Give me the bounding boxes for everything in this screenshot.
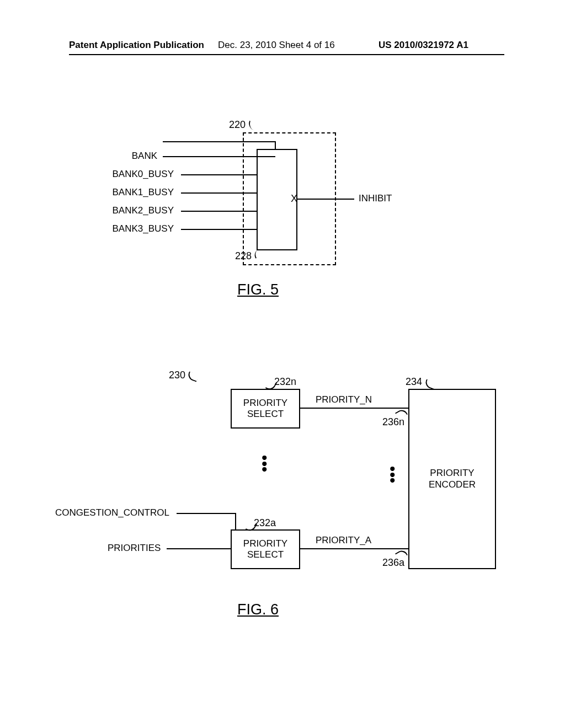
priority-select-n: PRIORITY SELECT — [231, 389, 300, 429]
wire-b1 — [181, 192, 258, 194]
wire-congestion-drop — [235, 513, 236, 529]
signal-priorities: PRIORITIES — [108, 543, 161, 554]
priority-select-a-label: PRIORITY SELECT — [243, 538, 287, 561]
wire-b3 — [181, 229, 258, 230]
signal-priority-n: PRIORITY_N — [316, 394, 372, 405]
signal-bank2-busy: BANK2_BUSY — [77, 205, 174, 216]
ellipsis-selects: ••• — [262, 455, 268, 473]
wire-priority-n — [299, 408, 408, 409]
header-publication: Patent Application Publication — [69, 40, 204, 51]
ref-220-leader — [247, 121, 260, 132]
wire-b2 — [181, 211, 258, 212]
priority-encoder: PRIORITY ENCODER — [408, 389, 496, 569]
wire-priorities — [167, 548, 231, 549]
signal-bank0-busy: BANK0_BUSY — [77, 169, 174, 180]
select-drop — [275, 141, 276, 149]
ref-234: 234 — [406, 376, 422, 388]
wire-priority-a — [299, 548, 408, 549]
ref-230-leader — [186, 371, 199, 382]
ellipsis-signals: ••• — [390, 466, 396, 484]
header-date-sheet: Dec. 23, 2010 Sheet 4 of 16 — [218, 40, 335, 51]
ref-228: 228 — [235, 250, 252, 262]
ref-232n: 232n — [274, 376, 296, 388]
signal-bank1-busy: BANK1_BUSY — [77, 187, 174, 198]
wire-b0 — [181, 174, 258, 175]
signal-bank: BANK — [77, 151, 157, 162]
figure-6-caption: FIG. 6 — [237, 601, 279, 618]
priority-select-n-label: PRIORITY SELECT — [243, 398, 287, 420]
header-rule — [69, 54, 504, 55]
signal-bank3-busy: BANK3_BUSY — [77, 223, 174, 234]
signal-inhibit: INHIBIT — [359, 193, 408, 204]
wire-bank-top — [163, 141, 276, 142]
priority-select-a: PRIORITY SELECT — [231, 529, 300, 569]
ref-234-leader — [424, 379, 436, 390]
ref-220: 220 — [229, 119, 246, 131]
signal-priority-a: PRIORITY_A — [316, 535, 371, 546]
figure-5-caption: FIG. 5 — [237, 281, 279, 298]
wire-bank — [163, 156, 275, 157]
wire-inhibit — [296, 199, 354, 200]
ref-230: 230 — [169, 370, 185, 381]
signal-congestion-control: CONGESTION_CONTROL — [55, 507, 169, 518]
ref-232a: 232a — [254, 517, 276, 529]
priority-encoder-label: PRIORITY ENCODER — [429, 468, 476, 490]
header-docket: US 2010/0321972 A1 — [379, 40, 468, 51]
wire-congestion — [177, 513, 236, 514]
